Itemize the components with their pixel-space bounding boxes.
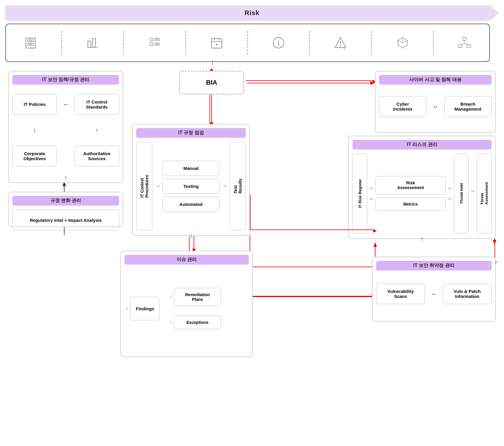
risk-banner-label: Risk	[245, 9, 259, 17]
it-risk-register: IT Risk Register	[353, 154, 367, 233]
svg-line-30	[398, 40, 403, 43]
svg-point-25	[340, 45, 341, 47]
lr-arrow-vuln: ↔	[428, 291, 440, 297]
vuln-box: IT 보안 취약점 관리 VulnerabilityScans ↔ Vuln &…	[372, 257, 496, 322]
icon-col-network	[457, 36, 472, 50]
up-arrow-1: ↑	[75, 127, 119, 134]
svg-rect-10	[155, 38, 159, 39]
remediation-plans-cell: RemediationPlans	[174, 288, 221, 306]
check-up-arrow: ↑	[136, 233, 246, 240]
svg-line-29	[403, 40, 407, 43]
lr-arrow-mid: ↔↔	[447, 186, 452, 201]
arrow-to-exceptions: →	[169, 320, 173, 325]
svg-rect-14	[155, 45, 159, 45]
corporate-objectives-cell: CorporateObjectives	[12, 146, 57, 166]
metrics-item: Metrics	[375, 197, 446, 211]
it-check-box: IT 규정 점검 IT ControlProcedures → Manual T…	[132, 124, 250, 236]
chart-icon	[85, 36, 100, 50]
issue-box: 이슈 관리 → Findings → RemediationPlans	[120, 251, 253, 357]
svg-line-36	[465, 43, 469, 45]
icon-col-building	[24, 36, 38, 50]
lr-arrow-1: ↔	[60, 101, 72, 108]
it-control-standards-cell: IT ControlStandards	[75, 94, 119, 115]
lr-arrow-register: ↔↔	[369, 186, 374, 201]
bia-label: BIA	[206, 79, 217, 86]
arrow-proc-mid: →	[155, 183, 160, 189]
divider-4	[247, 31, 248, 55]
it-risk-header: IT 리스크 관리	[353, 140, 492, 150]
it-check-header: IT 규정 점검	[136, 128, 246, 138]
vuln-header: IT 보안 취약점 관리	[376, 261, 492, 270]
arrow-bia-cyber: ▶	[246, 80, 374, 81]
regulatory-header: 규정 변화 관리	[12, 196, 119, 206]
icon-col-calendar	[210, 36, 224, 50]
icon-col-warning	[333, 36, 347, 50]
svg-rect-7	[93, 39, 95, 47]
ud-arrow-1: ↕	[12, 127, 57, 134]
icon-col-grid	[148, 36, 162, 50]
it-control-procedures: IT ControlProcedures	[136, 142, 152, 230]
svg-rect-13	[155, 43, 159, 44]
it-policies-cell: IT Policies	[12, 94, 57, 115]
svg-rect-32	[459, 45, 462, 47]
svg-rect-6	[88, 41, 91, 47]
regulatory-content: Regulatory Intel + Impact Analysis	[12, 210, 119, 230]
cyber-header: 사이버 사고 및 침해 대응	[379, 75, 492, 85]
svg-rect-33	[467, 45, 470, 47]
testing-item: Testing	[162, 179, 220, 194]
risk-assessment-item: RiskAssessement	[375, 176, 446, 194]
regulatory-box: 규정 변화 관리 Regulatory Intel + Impact Analy…	[8, 192, 123, 227]
arrow-check-risk-horiz: ▶	[251, 229, 374, 230]
icon-col-chart	[85, 36, 100, 50]
findings-cell: Findings	[130, 297, 160, 320]
svg-rect-3	[28, 43, 30, 45]
svg-rect-2	[32, 40, 34, 42]
exceptions-cell: Exceptions	[174, 316, 221, 329]
test-results: TestResults	[230, 142, 246, 230]
svg-rect-12	[150, 43, 153, 46]
building-icon	[24, 36, 38, 50]
threat-assessment: ThreatAssessment	[477, 154, 492, 233]
svg-rect-31	[463, 37, 466, 40]
arrow-to-findings: →	[124, 306, 129, 311]
divider-5	[309, 31, 310, 55]
bia-box: BIA	[179, 71, 244, 94]
triangle-warning-icon	[333, 36, 347, 50]
svg-rect-15	[211, 39, 222, 48]
lr-arrow-cyber: ↔	[429, 103, 441, 110]
arrow-top-to-bia: →	[209, 60, 217, 66]
icon-col-cube	[396, 36, 410, 50]
automated-item: Automated	[162, 197, 220, 212]
divider-2	[123, 31, 124, 55]
network-icon	[457, 36, 472, 50]
svg-rect-11	[155, 40, 159, 41]
calendar-icon	[210, 36, 224, 50]
it-policy-box: IT 보안 정책/규정 관리 IT Policies ↔ IT ControlS…	[8, 71, 123, 183]
arrow-mid-results: →	[222, 183, 227, 189]
grid-list-icon	[148, 36, 162, 50]
threat-intel: Threat Intel	[454, 154, 469, 233]
cyber-incidents-cell: CyberIncidents	[379, 96, 426, 117]
cyber-box: 사이버 사고 및 침해 대응 CyberIncidents ↔ BreachMa…	[375, 71, 496, 133]
lr-arrow-threat: ↔	[470, 188, 475, 199]
bottom-up-arrow: ↑	[12, 174, 119, 181]
divider-6	[371, 31, 372, 55]
it-policy-header: IT 보안 정책/규정 관리	[12, 75, 119, 85]
svg-rect-9	[150, 38, 153, 41]
issue-header: 이슈 관리	[124, 255, 249, 265]
arrow-bia-down: ▼	[210, 94, 210, 126]
it-risk-box: IT 리스크 관리 IT Risk Register ↔↔ RiskAssess…	[348, 136, 496, 239]
cube-icon	[396, 36, 410, 50]
svg-point-22	[278, 40, 279, 41]
icon-row	[5, 24, 490, 62]
divider-1	[61, 31, 62, 55]
vulnerability-scans-cell: VulnerabilityScans	[376, 283, 425, 304]
svg-line-35	[460, 43, 465, 45]
icon-col-info	[271, 36, 286, 50]
svg-rect-1	[28, 40, 30, 42]
divider-7	[433, 31, 434, 55]
arrow-to-remediation: →	[169, 295, 173, 299]
svg-rect-4	[32, 43, 34, 45]
authoritative-sources-cell: AuthoritativeSources	[75, 146, 119, 166]
svg-point-19	[216, 44, 218, 45]
